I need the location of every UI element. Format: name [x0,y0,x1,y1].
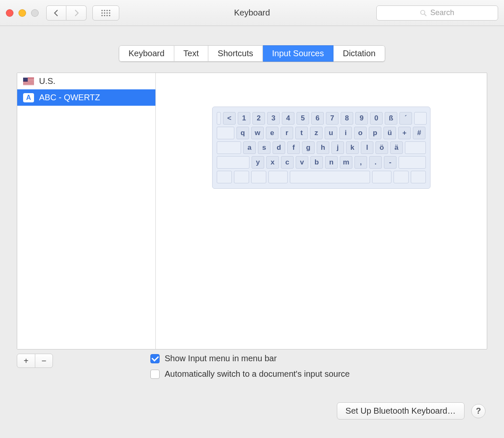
show-input-menu-checkbox[interactable] [150,354,160,363]
key: i [339,127,352,139]
nav-forward-button [66,5,87,21]
tab-text[interactable]: Text [174,45,209,62]
key: 7 [326,112,339,125]
svg-rect-18 [23,82,34,82]
nav-back-forward [46,5,87,21]
key: y [252,156,264,169]
key: ö [375,141,388,154]
search-placeholder: Search [430,8,454,17]
help-button[interactable]: ? [471,404,486,418]
svg-line-13 [425,14,427,16]
key: ß [385,112,397,125]
svg-point-5 [104,12,105,13]
key: x [266,156,279,169]
key: ä [390,141,403,154]
svg-point-6 [106,12,108,13]
setup-bluetooth-keyboard-button[interactable]: Set Up Bluetooth Keyboard… [337,402,465,420]
titlebar: Keyboard Search [0,0,504,26]
input-source-list[interactable]: U.S. A ABC - QWERTZ [17,73,156,349]
key: q [236,127,249,139]
show-all-button[interactable] [92,5,119,21]
input-source-item-us[interactable]: U.S. [17,73,155,89]
key: 3 [267,112,280,125]
auto-switch-row[interactable]: Automatically switch to a document's inp… [150,369,350,379]
key: k [346,141,359,154]
tab-keyboard[interactable]: Keyboard [119,45,174,62]
svg-point-7 [109,12,110,13]
svg-point-12 [421,10,425,14]
svg-point-4 [101,12,102,13]
key: j [331,141,344,154]
input-source-label: ABC - QWERTZ [39,93,100,102]
add-remove-group: + − [17,354,53,368]
grid-icon [101,10,110,16]
key: - [384,156,396,169]
key: h [317,141,329,154]
input-source-item-abc-qwertz[interactable]: A ABC - QWERTZ [17,89,155,106]
search-input[interactable]: Search [376,5,498,21]
svg-point-11 [109,15,110,16]
key: n [325,156,338,169]
key: 8 [341,112,353,125]
key: d [273,141,285,154]
key: v [296,156,308,169]
key: # [413,127,425,139]
close-window-icon[interactable] [6,9,13,17]
key: 2 [252,112,265,125]
key: u [325,127,337,139]
key: p [369,127,381,139]
key: < [223,112,236,125]
key: 5 [297,112,309,125]
minimize-window-icon[interactable] [18,9,26,17]
input-source-label: U.S. [39,76,55,86]
key: g [302,141,315,154]
remove-input-source-button[interactable]: − [35,354,52,368]
keyboard-preview-pane: < 1 2 3 4 5 6 7 8 9 0 ß ´ [156,73,487,349]
key: ´ [399,112,412,125]
svg-point-10 [106,15,108,16]
nav-back-button[interactable] [46,5,66,21]
key: . [369,156,382,169]
keyboard-preview: < 1 2 3 4 5 6 7 8 9 0 ß ´ [212,107,430,189]
key: 9 [355,112,368,125]
svg-point-8 [101,15,102,16]
tab-dictation[interactable]: Dictation [333,45,385,62]
key: o [354,127,367,139]
svg-point-3 [109,10,110,11]
show-input-menu-row[interactable]: Show Input menu in menu bar [150,354,350,363]
us-flag-icon [23,78,34,85]
key: z [310,127,323,139]
key: m [340,156,352,169]
tab-shortcuts[interactable]: Shortcuts [208,45,262,62]
svg-point-0 [101,10,102,11]
key: c [281,156,294,169]
key: + [398,127,411,139]
preferences-content: Keyboard Text Shortcuts Input Sources Di… [0,26,504,430]
key: r [281,127,293,139]
svg-point-2 [106,10,108,11]
key: 6 [311,112,324,125]
tab-bar: Keyboard Text Shortcuts Input Sources Di… [119,45,385,62]
key: t [295,127,308,139]
key: e [266,127,278,139]
zoom-window-icon [31,9,39,17]
svg-rect-20 [23,84,34,85]
key: 1 [238,112,250,125]
bottom-row: Set Up Bluetooth Keyboard… ? [17,402,487,420]
add-input-source-button[interactable]: + [17,354,35,368]
svg-rect-21 [23,78,28,82]
key: l [361,141,373,154]
abc-badge-icon: A [23,93,34,102]
svg-point-9 [104,15,105,16]
svg-point-1 [104,10,105,11]
auto-switch-label: Automatically switch to a document's inp… [165,369,350,379]
key: w [251,127,264,139]
list-controls-row: + − Show Input menu in menu bar Automati… [17,354,487,379]
auto-switch-checkbox[interactable] [150,370,160,379]
options-checkboxes: Show Input menu in menu bar Automaticall… [150,354,350,379]
tab-input-sources[interactable]: Input Sources [263,45,333,62]
key: 4 [282,112,294,125]
svg-rect-19 [23,83,34,83]
key: 0 [370,112,383,125]
key: f [287,141,300,154]
